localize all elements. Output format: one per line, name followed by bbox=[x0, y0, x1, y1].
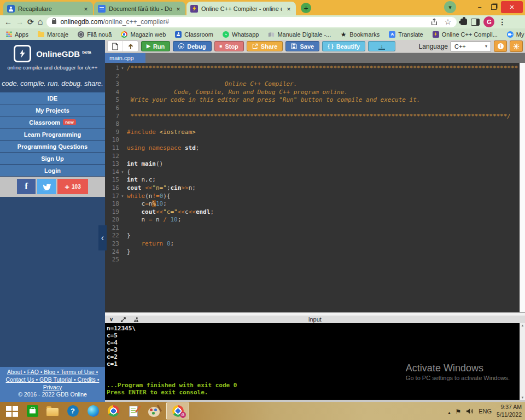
reload-button[interactable] bbox=[27, 18, 34, 26]
line-number[interactable]: 17 bbox=[105, 192, 119, 201]
tab-close-icon[interactable] bbox=[285, 5, 292, 12]
bookmark-magazin-web[interactable]: Magazin web bbox=[121, 31, 166, 38]
sidebar-item-login[interactable]: Login bbox=[0, 165, 105, 177]
line-number[interactable]: 4 bbox=[105, 89, 119, 97]
line-number[interactable]: 18 bbox=[105, 200, 119, 208]
sidebar-collapse-handle[interactable] bbox=[98, 225, 107, 250]
editor-scrollbar[interactable] bbox=[520, 63, 525, 312]
taskbar-help[interactable] bbox=[65, 404, 80, 418]
line-number[interactable]: 15 bbox=[105, 176, 119, 184]
line-number[interactable]: 3 bbox=[105, 80, 119, 89]
line-number[interactable]: 20 bbox=[105, 216, 119, 224]
line-number[interactable]: 23 bbox=[105, 240, 119, 248]
line-number[interactable]: 21 bbox=[105, 224, 119, 232]
open-file-button[interactable] bbox=[122, 41, 138, 51]
line-number[interactable]: 10 bbox=[105, 136, 119, 144]
line-number[interactable]: 16 bbox=[105, 184, 119, 192]
line-number[interactable]: 6 bbox=[105, 104, 119, 113]
bookmark-manuale-digitale[interactable]: Manuale Digitale -... bbox=[268, 31, 331, 38]
line-number[interactable]: 25 bbox=[105, 256, 119, 264]
minimize-button[interactable] bbox=[472, 1, 487, 13]
bookmark-apps[interactable]: Apps bbox=[5, 31, 28, 38]
tab-close-icon[interactable] bbox=[175, 5, 182, 12]
line-number[interactable]: 12 bbox=[105, 153, 119, 161]
line-number[interactable]: 14 bbox=[105, 168, 119, 177]
footer-links[interactable]: About • FAQ • Blog • Terms of Use • Cont… bbox=[4, 369, 101, 391]
sidebar-item-ide[interactable]: IDE bbox=[0, 92, 105, 104]
console-output[interactable]: n=12345\c=5c=4c=3c=2c=1...Program finish… bbox=[105, 323, 520, 400]
speaker-icon[interactable] bbox=[466, 408, 474, 415]
taskbar-chrome[interactable] bbox=[106, 404, 121, 418]
sidebar-item-classroom[interactable]: Classroomnew bbox=[0, 116, 105, 129]
start-button[interactable] bbox=[4, 404, 20, 418]
language-select[interactable]: C++ bbox=[451, 42, 491, 51]
settings-button[interactable] bbox=[510, 40, 523, 52]
clock[interactable]: 9:37 AM 5/11/2022 bbox=[497, 404, 522, 418]
taskbar-paint[interactable] bbox=[146, 404, 161, 418]
url-field[interactable]: onlinegdb.com/online_c++_compiler# bbox=[46, 17, 457, 27]
line-number[interactable]: 8 bbox=[105, 120, 119, 129]
bookmark-bookmarks[interactable]: Bookmarks bbox=[340, 31, 380, 38]
fold-caret-icon[interactable]: ▾ bbox=[119, 192, 126, 201]
fold-caret-icon[interactable]: ▾ bbox=[119, 168, 126, 177]
browser-tab-docs[interactable]: Document fără titlu - Documente bbox=[94, 2, 185, 15]
extensions-icon[interactable] bbox=[460, 19, 467, 25]
stop-button[interactable]: Stop bbox=[214, 41, 244, 51]
bookmark-translate[interactable]: A Translate bbox=[389, 31, 423, 38]
bookmark-classroom[interactable]: Classroom bbox=[175, 31, 213, 38]
profile-avatar[interactable]: G bbox=[483, 16, 494, 27]
taskbar-edge[interactable] bbox=[85, 404, 101, 418]
sidebar-item-sign-up[interactable]: Sign Up bbox=[0, 153, 105, 165]
share-page-icon[interactable] bbox=[430, 18, 438, 26]
language-indicator[interactable]: ENG bbox=[479, 408, 492, 415]
line-number[interactable]: 1 bbox=[105, 65, 119, 73]
taskbar-chrome-active[interactable]: G bbox=[166, 402, 189, 419]
taskbar-notepad[interactable] bbox=[126, 404, 141, 418]
tray-chevron-icon[interactable] bbox=[448, 406, 450, 416]
beautify-button[interactable]: Beautify bbox=[322, 41, 365, 51]
new-file-button[interactable] bbox=[108, 41, 122, 51]
save-button[interactable]: Save bbox=[285, 41, 319, 51]
sidebar-item-my-projects[interactable]: My Projects bbox=[0, 104, 105, 116]
tab-search-chevron-button[interactable] bbox=[444, 1, 456, 13]
line-number[interactable]: 7 bbox=[105, 113, 119, 121]
forward-button[interactable] bbox=[16, 18, 24, 26]
sidebar-item-programming-questions[interactable]: Programming Questions bbox=[0, 141, 105, 153]
line-number[interactable]: 24 bbox=[105, 248, 119, 256]
scroll-down-icon[interactable] bbox=[520, 396, 525, 399]
bookmark-online-cpp[interactable]: Online C++ Compil... bbox=[433, 31, 498, 38]
line-number[interactable]: 11 bbox=[105, 144, 119, 153]
console-scrollbar[interactable] bbox=[520, 323, 525, 400]
scroll-up-icon[interactable] bbox=[520, 324, 525, 327]
bookmark-star-icon[interactable] bbox=[445, 18, 452, 26]
info-button[interactable] bbox=[494, 40, 507, 52]
bookmark-zoom[interactable]: My Profile - Zoom bbox=[507, 31, 525, 38]
share-this-button[interactable]: 103 bbox=[57, 179, 88, 194]
line-number[interactable]: 13 bbox=[105, 160, 119, 168]
bookmark-marcaje[interactable]: Marcaje bbox=[38, 31, 68, 38]
line-number[interactable]: 2 bbox=[105, 73, 119, 81]
line-number[interactable]: 19 bbox=[105, 208, 119, 217]
side-panel-icon[interactable] bbox=[471, 19, 480, 26]
home-button[interactable] bbox=[38, 18, 43, 26]
taskbar-store[interactable] bbox=[25, 404, 40, 418]
browser-tab-onlinegdb[interactable]: Online C++ Compiler - online ed bbox=[186, 2, 296, 15]
download-button[interactable] bbox=[368, 41, 395, 51]
taskbar-file-explorer[interactable] bbox=[45, 404, 60, 418]
fold-caret-icon[interactable]: ▾ bbox=[119, 65, 126, 73]
line-number[interactable]: 9 bbox=[105, 129, 119, 137]
browser-tab-recapitulare[interactable]: Recapitulare bbox=[3, 2, 93, 15]
new-tab-button[interactable] bbox=[301, 3, 311, 13]
twitter-button[interactable] bbox=[37, 179, 56, 194]
debug-button[interactable]: Debug bbox=[173, 41, 211, 51]
restore-button[interactable] bbox=[487, 1, 501, 13]
bookmark-fila-noua[interactable]: Filă nouă bbox=[78, 31, 112, 38]
bookmark-whatsapp[interactable]: Whatsapp bbox=[223, 31, 259, 38]
sidebar-item-learn-programming[interactable]: Learn Programming bbox=[0, 129, 105, 141]
back-button[interactable] bbox=[4, 18, 12, 26]
tab-close-icon[interactable] bbox=[83, 5, 89, 12]
facebook-button[interactable] bbox=[17, 179, 36, 194]
action-center-flag-icon[interactable] bbox=[455, 406, 461, 416]
share-button[interactable]: Share bbox=[247, 41, 283, 51]
code-editor[interactable]: 1▾/*************************************… bbox=[105, 63, 520, 312]
